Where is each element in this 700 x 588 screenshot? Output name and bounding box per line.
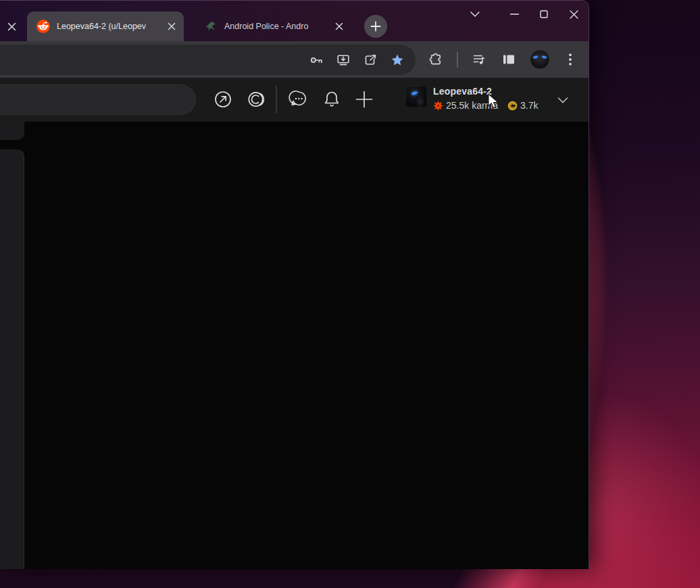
tab-title: Leopeva64-2 (u/Leopev: [57, 21, 162, 32]
coin-icon: [507, 101, 518, 111]
new-tab-button[interactable]: [364, 15, 387, 38]
android-police-icon: [204, 20, 218, 33]
coin-count: 3.7k: [520, 100, 538, 111]
tab-close-icon[interactable]: [332, 20, 346, 33]
browser-toolbar: [0, 41, 589, 78]
advertise-icon[interactable]: [211, 88, 234, 111]
desktop: { "window": { "controls": ["tab-search-c…: [0, 0, 700, 588]
reddit-user-stats: 25.5k karma 3.7k: [433, 100, 539, 111]
header-separator: [276, 86, 277, 114]
coins-icon[interactable]: [245, 88, 268, 111]
tab-android-police[interactable]: Android Police - Andro: [195, 11, 351, 41]
tab-title: Android Police - Andro: [224, 21, 330, 32]
side-panel-icon[interactable]: [501, 52, 516, 67]
tab-search-chevron-icon[interactable]: [460, 4, 490, 24]
close-window-button[interactable]: [559, 4, 589, 24]
chat-icon[interactable]: [287, 88, 310, 111]
address-bar[interactable]: [0, 45, 416, 75]
tab-reddit-profile[interactable]: Leopeva64-2 (u/Leopev: [27, 11, 184, 41]
tab-strip: Leopeva64-2 (u/Leopev Android Police - A…: [0, 1, 589, 41]
tab-close-icon[interactable]: [165, 20, 178, 33]
avatar-eye: [542, 55, 547, 59]
share-icon[interactable]: [363, 53, 378, 68]
reddit-username: Leopeva64-2: [433, 86, 539, 97]
media-controls-icon[interactable]: [472, 52, 486, 67]
left-rail-segment-bottom[interactable]: [0, 149, 24, 569]
bookmark-star-icon[interactable]: [390, 53, 405, 68]
reddit-icon: [36, 20, 50, 33]
toolbar-separator: [457, 51, 458, 68]
maximize-button[interactable]: [529, 4, 559, 24]
account-menu[interactable]: Leopeva64-2 25.5k karma: [405, 86, 539, 111]
browser-profile-avatar[interactable]: [530, 50, 549, 69]
left-rail-segment-top: [0, 122, 24, 140]
notifications-icon[interactable]: [320, 88, 343, 111]
karma-icon: [433, 101, 443, 111]
avatar-eye: [533, 55, 539, 59]
window-controls: [460, 4, 589, 24]
account-chevron-icon[interactable]: [555, 94, 570, 106]
reddit-search-input[interactable]: [0, 84, 196, 115]
menu-dots-icon[interactable]: [564, 52, 576, 67]
page-content: [0, 122, 589, 569]
create-post-icon[interactable]: [353, 88, 376, 111]
reddit-user-avatar: [405, 86, 427, 107]
browser-window: Leopeva64-2 (u/Leopev Android Police - A…: [0, 0, 589, 569]
mouse-cursor: [488, 93, 501, 109]
cutoff-tab-close-icon[interactable]: [4, 19, 19, 34]
extensions-icon[interactable]: [428, 52, 443, 67]
key-icon[interactable]: [309, 53, 324, 68]
avatar-eye: [411, 91, 418, 96]
install-icon[interactable]: [336, 53, 351, 68]
minimize-button[interactable]: [499, 4, 529, 24]
